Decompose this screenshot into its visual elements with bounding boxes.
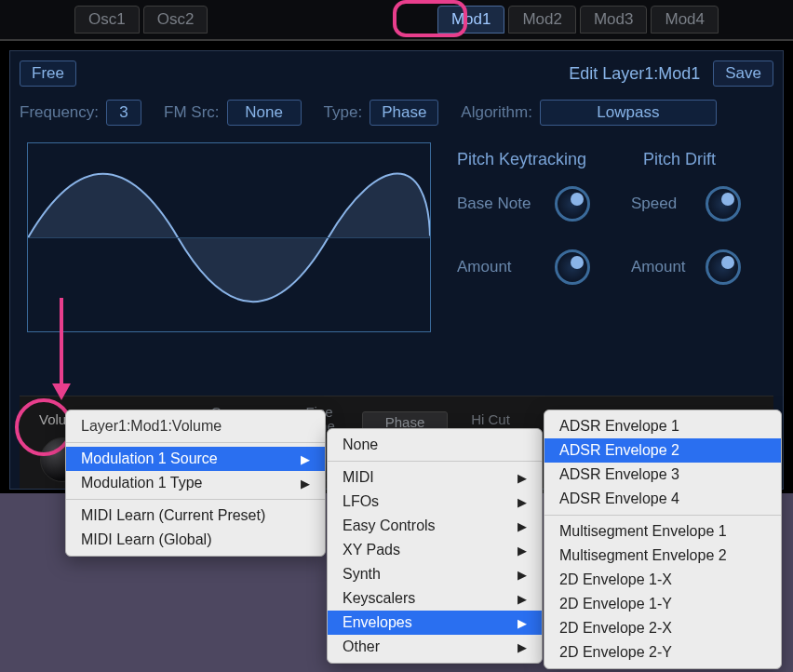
menu-item-midi-learn-preset[interactable]: MIDI Learn (Current Preset) [66, 504, 325, 528]
menu-item-adsr4[interactable]: ADSR Envelope 4 [544, 487, 781, 511]
menu-item-keyscalers[interactable]: Keyscalers▶ [328, 586, 542, 611]
edit-title: Edit Layer1:Mod1 [569, 64, 700, 84]
menu-item-mod1-source[interactable]: Modulation 1 Source ▶ [66, 447, 325, 471]
fm-src-value[interactable]: None [227, 100, 302, 126]
menu-item-lfos[interactable]: LFOs▶ [328, 490, 542, 514]
tab-strip: Osc1 Osc2 Mod1 Mod2 Mod3 Mod4 [0, 0, 793, 41]
free-button[interactable]: Free [20, 60, 76, 87]
chevron-right-icon: ▶ [301, 452, 310, 466]
speed-label: Speed [631, 195, 696, 213]
type-label: Type: [324, 103, 363, 122]
chevron-right-icon: ▶ [301, 477, 310, 491]
type-value[interactable]: Phase [370, 100, 438, 126]
chevron-right-icon: ▶ [517, 640, 527, 654]
base-note-label: Base Note [457, 195, 545, 213]
menu-item-2d-env-1x[interactable]: 2D Envelope 1-X [544, 568, 781, 592]
waveform-display[interactable] [27, 142, 431, 332]
menu-item-other[interactable]: Other▶ [328, 635, 542, 659]
amount2-label: Amount [631, 258, 696, 276]
menu-item-mseg2[interactable]: Multisegment Envelope 2 [544, 544, 781, 568]
context-menu-volume: Layer1:Mod1:Volume Modulation 1 Source ▶… [65, 410, 326, 557]
speed-knob[interactable] [706, 186, 741, 222]
menu-item-2d-env-1y[interactable]: 2D Envelope 1-Y [544, 592, 781, 616]
pitch-section: Pitch Keytracking Pitch Drift Base Note … [457, 150, 773, 307]
algorithm-label: Algorithm: [461, 103, 532, 122]
chevron-right-icon: ▶ [517, 471, 527, 485]
menu-item-envelopes[interactable]: Envelopes▶ [328, 611, 542, 635]
waveform-icon [28, 143, 430, 332]
menu-item-adsr3[interactable]: ADSR Envelope 3 [544, 463, 781, 487]
menu-item-adsr1[interactable]: ADSR Envelope 1 [544, 414, 781, 438]
pitch-drift-header: Pitch Drift [643, 150, 716, 169]
pitch-keytracking-header: Pitch Keytracking [457, 150, 615, 169]
amount2-knob[interactable] [706, 249, 741, 285]
chevron-right-icon: ▶ [517, 519, 527, 533]
tab-mod3[interactable]: Mod3 [580, 6, 648, 34]
tab-osc2[interactable]: Osc2 [143, 6, 208, 34]
menu-item-easy-controls[interactable]: Easy Controls▶ [328, 514, 542, 538]
menu-item-mod1-type[interactable]: Modulation 1 Type ▶ [66, 471, 325, 495]
amount1-label: Amount [457, 258, 545, 276]
menu-header: Layer1:Mod1:Volume [66, 414, 325, 438]
tab-mod1[interactable]: Mod1 [437, 6, 505, 34]
base-note-knob[interactable] [555, 186, 590, 222]
tab-mod2[interactable]: Mod2 [508, 6, 576, 34]
submenu-envelopes: ADSR Envelope 1 ADSR Envelope 2 ADSR Env… [544, 410, 782, 669]
fm-src-label: FM Src: [164, 103, 220, 122]
chevron-right-icon: ▶ [517, 592, 527, 606]
menu-item-midi[interactable]: MIDI▶ [328, 465, 542, 490]
save-button[interactable]: Save [713, 60, 773, 87]
chevron-right-icon: ▶ [517, 568, 527, 582]
menu-item-xy-pads[interactable]: XY Pads▶ [328, 538, 542, 562]
algorithm-value[interactable]: Lowpass [540, 100, 717, 126]
menu-item-2d-env-2x[interactable]: 2D Envelope 2-X [544, 616, 781, 640]
chevron-right-icon: ▶ [517, 544, 527, 558]
frequency-value[interactable]: 3 [106, 100, 141, 126]
frequency-label: Frequency: [20, 103, 99, 122]
tab-mod4[interactable]: Mod4 [651, 6, 719, 34]
menu-item-adsr2[interactable]: ADSR Envelope 2 [544, 438, 781, 463]
menu-item-none[interactable]: None [328, 433, 542, 457]
menu-item-2d-env-2y[interactable]: 2D Envelope 2-Y [544, 640, 781, 665]
menu-item-midi-learn-global[interactable]: MIDI Learn (Global) [66, 528, 325, 552]
menu-item-synth[interactable]: Synth▶ [328, 562, 542, 586]
menu-item-mseg1[interactable]: Multisegment Envelope 1 [544, 519, 781, 544]
tab-osc1[interactable]: Osc1 [74, 6, 140, 34]
chevron-right-icon: ▶ [517, 616, 527, 630]
amount1-knob[interactable] [555, 249, 590, 285]
submenu-mod-source: None MIDI▶ LFOs▶ Easy Controls▶ XY Pads▶… [327, 428, 543, 664]
chevron-right-icon: ▶ [517, 495, 527, 509]
